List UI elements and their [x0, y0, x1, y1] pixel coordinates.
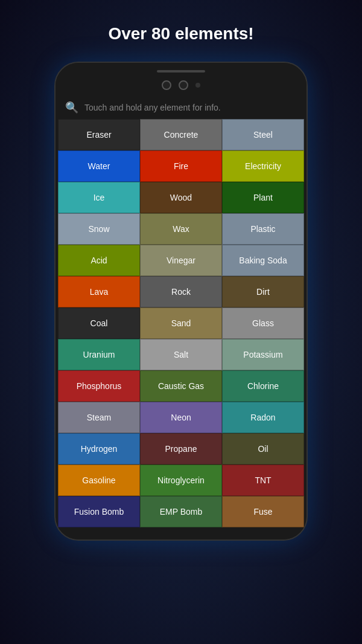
element-cell[interactable]: Acid: [58, 245, 140, 276]
element-cell[interactable]: Gasoline: [58, 465, 140, 496]
search-hint-text: Touch and hold any element for info.: [84, 103, 221, 112]
headline: Over 80 elements!: [108, 24, 253, 43]
element-cell[interactable]: Steam: [58, 402, 140, 433]
camera-circle-1: [162, 80, 171, 90]
element-cell[interactable]: Glass: [222, 308, 304, 339]
phone-top-bar: [56, 63, 306, 96]
element-cell[interactable]: Lava: [58, 276, 140, 308]
element-cell[interactable]: Eraser: [58, 119, 140, 150]
search-bar: 🔍 Touch and hold any element for info.: [58, 96, 304, 119]
camera-dot: [195, 83, 200, 88]
element-cell[interactable]: Snow: [58, 213, 140, 245]
element-cell[interactable]: Caustic Gas: [140, 370, 222, 402]
element-cell[interactable]: Hydrogen: [58, 433, 140, 465]
element-cell[interactable]: Salt: [140, 339, 222, 370]
element-cell[interactable]: Concrete: [140, 119, 222, 150]
element-cell[interactable]: Fuse: [222, 496, 304, 527]
element-cell[interactable]: Wax: [140, 213, 222, 245]
element-cell[interactable]: Chlorine: [222, 370, 304, 402]
element-cell[interactable]: TNT: [222, 465, 304, 496]
phone-screen: 🔍 Touch and hold any element for info. E…: [58, 96, 304, 527]
element-cell[interactable]: Fire: [140, 150, 222, 182]
phone-notch-bar: [157, 70, 205, 72]
element-cell[interactable]: Dirt: [222, 276, 304, 308]
element-cell[interactable]: EMP Bomb: [140, 496, 222, 527]
search-icon: 🔍: [65, 101, 78, 114]
element-cell[interactable]: Ice: [58, 182, 140, 213]
phone-frame: 🔍 Touch and hold any element for info. E…: [54, 62, 308, 541]
element-cell[interactable]: Vinegar: [140, 245, 222, 276]
element-cell[interactable]: Plant: [222, 182, 304, 213]
element-cell[interactable]: Nitroglycerin: [140, 465, 222, 496]
element-cell[interactable]: Potassium: [222, 339, 304, 370]
element-cell[interactable]: Propane: [140, 433, 222, 465]
element-cell[interactable]: Radon: [222, 402, 304, 433]
camera-circle-2: [179, 80, 188, 90]
phone-cameras: [162, 80, 200, 90]
element-cell[interactable]: Oil: [222, 433, 304, 465]
element-cell[interactable]: Uranium: [58, 339, 140, 370]
element-cell[interactable]: Sand: [140, 308, 222, 339]
element-cell[interactable]: Electricity: [222, 150, 304, 182]
element-cell[interactable]: Phosphorus: [58, 370, 140, 402]
element-cell[interactable]: Neon: [140, 402, 222, 433]
element-cell[interactable]: Baking Soda: [222, 245, 304, 276]
element-cell[interactable]: Plastic: [222, 213, 304, 245]
elements-grid: EraserConcreteSteelWaterFireElectricityI…: [58, 119, 304, 527]
element-cell[interactable]: Steel: [222, 119, 304, 150]
element-cell[interactable]: Water: [58, 150, 140, 182]
element-cell[interactable]: Rock: [140, 276, 222, 308]
element-cell[interactable]: Fusion Bomb: [58, 496, 140, 527]
phone-bottom: [56, 527, 306, 539]
element-cell[interactable]: Coal: [58, 308, 140, 339]
element-cell[interactable]: Wood: [140, 182, 222, 213]
